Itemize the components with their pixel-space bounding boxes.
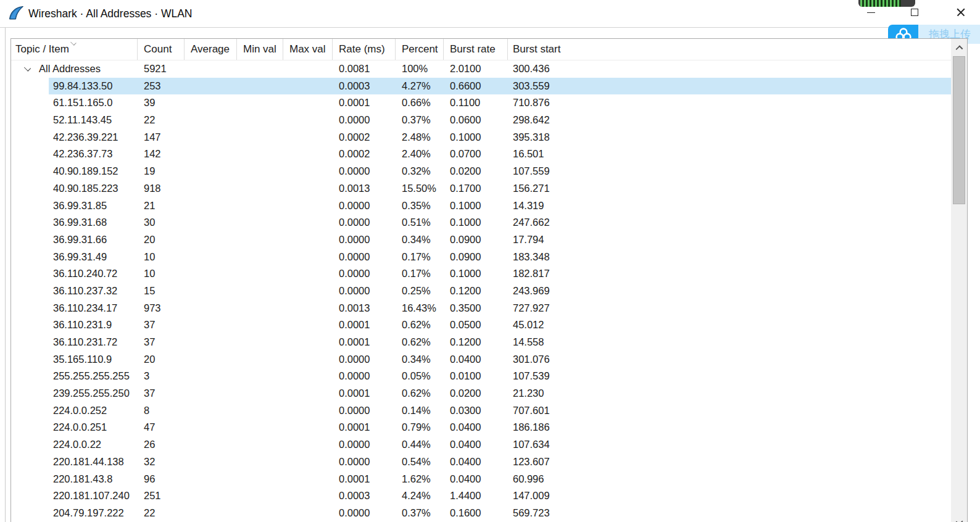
scroll-down-button[interactable] bbox=[951, 513, 967, 522]
column-header-count[interactable]: Count bbox=[138, 39, 185, 60]
column-header-average[interactable]: Average bbox=[185, 39, 237, 60]
table-row[interactable]: 36.110.234.179730.001316.43%0.3500727.92… bbox=[11, 300, 951, 317]
table-row[interactable]: 36.99.31.68300.00000.51%0.1000247.662 bbox=[11, 214, 951, 231]
rate-ms-cell: 0.0000 bbox=[333, 402, 396, 420]
max-val-cell bbox=[283, 300, 333, 317]
table-row[interactable]: 204.79.197.222220.00000.37%0.1600569.723 bbox=[11, 505, 951, 522]
percent-cell: 0.14% bbox=[396, 402, 444, 420]
table-row[interactable]: 42.236.39.2211470.00022.48%0.1000395.318 bbox=[11, 129, 951, 146]
burst-start-cell: 301.076 bbox=[508, 351, 951, 368]
wireshark-stats-window: Wireshark · All Addresses · WLAN 拖拽上传 To… bbox=[0, 0, 980, 522]
burst-rate-cell: 0.1000 bbox=[444, 197, 508, 215]
average-cell bbox=[185, 419, 237, 436]
item-label: 224.0.0.22 bbox=[53, 436, 101, 454]
column-header-max-val[interactable]: Max val bbox=[283, 39, 333, 60]
item-label: 42.236.39.221 bbox=[53, 129, 118, 146]
rate-ms-cell: 0.0000 bbox=[333, 214, 396, 231]
table-body: All Addresses59210.0081100%2.0100300.436… bbox=[11, 60, 951, 522]
rate-ms-cell: 0.0002 bbox=[333, 129, 396, 146]
table-row[interactable]: 36.99.31.85210.00000.35%0.100014.319 bbox=[11, 197, 951, 215]
vertical-scrollbar[interactable] bbox=[951, 39, 967, 522]
chevron-down-icon bbox=[955, 518, 963, 522]
max-val-cell bbox=[283, 249, 333, 266]
table-row[interactable]: 40.90.185.2239180.001315.50%0.1700156.27… bbox=[11, 180, 951, 197]
count-cell: 8 bbox=[138, 402, 185, 420]
table-row[interactable]: 239.255.255.250370.00010.62%0.020021.230 bbox=[11, 385, 951, 402]
average-cell bbox=[185, 249, 237, 266]
min-val-cell bbox=[237, 129, 283, 146]
sort-descending-icon bbox=[70, 39, 77, 46]
item-label: 35.165.110.9 bbox=[53, 351, 112, 368]
item-label: 255.255.255.255 bbox=[53, 368, 130, 385]
burst-start-cell: 45.012 bbox=[508, 317, 951, 334]
table-row[interactable]: 36.110.240.72100.00000.17%0.1000182.817 bbox=[11, 265, 951, 283]
rate-ms-cell: 0.0000 bbox=[333, 454, 396, 471]
column-header-burst-start[interactable]: Burst start bbox=[508, 39, 967, 60]
burst-start-cell: 107.634 bbox=[508, 436, 951, 454]
burst-rate-cell: 0.3500 bbox=[444, 300, 508, 317]
max-val-cell bbox=[283, 283, 333, 300]
scrollbar-thumb[interactable] bbox=[953, 56, 965, 204]
rate-ms-cell: 0.0000 bbox=[333, 197, 396, 215]
burst-start-cell: 303.559 bbox=[508, 78, 951, 95]
rate-ms-cell: 0.0000 bbox=[333, 368, 396, 385]
column-header-min-val[interactable]: Min val bbox=[237, 39, 283, 60]
table-row[interactable]: 40.90.189.152190.00000.32%0.0200107.559 bbox=[11, 163, 951, 180]
count-cell: 30 bbox=[138, 214, 185, 231]
table-row[interactable]: 224.0.0.251470.00010.79%0.0400186.186 bbox=[11, 419, 951, 436]
min-val-cell bbox=[237, 249, 283, 266]
expand-collapse-icon[interactable] bbox=[24, 65, 31, 72]
close-button[interactable] bbox=[947, 0, 975, 25]
table-row[interactable]: 52.11.143.45220.00000.37%0.0600298.642 bbox=[11, 112, 951, 129]
table-row[interactable]: 36.110.231.9370.00010.62%0.050045.012 bbox=[11, 317, 951, 334]
max-val-cell bbox=[283, 505, 333, 522]
table-row[interactable]: 255.255.255.25530.00000.05%0.0100107.539 bbox=[11, 368, 951, 385]
burst-start-cell: 182.817 bbox=[508, 265, 951, 283]
scroll-up-button[interactable] bbox=[951, 39, 967, 55]
percent-cell: 16.43% bbox=[396, 300, 444, 317]
count-cell: 22 bbox=[138, 112, 185, 129]
topic-item-cell: 220.181.107.240 bbox=[11, 487, 138, 505]
topic-item-cell: 36.99.31.85 bbox=[11, 197, 138, 215]
max-val-cell bbox=[283, 231, 333, 249]
table-row[interactable]: 36.110.231.72370.00010.62%0.120014.558 bbox=[11, 334, 951, 351]
table-row[interactable]: 35.165.110.9200.00000.34%0.0400301.076 bbox=[11, 351, 951, 368]
table-row[interactable]: 61.151.165.0390.00010.66%0.1100710.876 bbox=[11, 94, 951, 112]
count-cell: 39 bbox=[138, 94, 185, 112]
burst-start-cell: 17.794 bbox=[508, 231, 951, 249]
burst-rate-cell: 1.4400 bbox=[444, 487, 508, 505]
table-row[interactable]: 220.181.43.8960.00011.62%0.040060.996 bbox=[11, 471, 951, 488]
average-cell bbox=[185, 402, 237, 420]
table-row[interactable]: All Addresses59210.0081100%2.0100300.436 bbox=[11, 60, 951, 78]
table-row[interactable]: 220.181.107.2402510.00034.24%1.4400147.0… bbox=[11, 487, 951, 505]
percent-cell: 1.62% bbox=[396, 471, 444, 488]
table-row[interactable]: 36.99.31.49100.00000.17%0.0900183.348 bbox=[11, 249, 951, 266]
column-header-topic-item[interactable]: Topic / Item bbox=[11, 39, 138, 60]
burst-rate-cell: 0.1600 bbox=[444, 505, 508, 522]
topic-item-cell: 224.0.0.22 bbox=[11, 436, 138, 454]
count-cell: 96 bbox=[138, 471, 185, 488]
percent-cell: 0.66% bbox=[396, 94, 444, 112]
topic-item-cell: 36.110.237.32 bbox=[11, 283, 138, 300]
burst-rate-cell: 0.0900 bbox=[444, 231, 508, 249]
table-row[interactable]: 36.99.31.66200.00000.34%0.090017.794 bbox=[11, 231, 951, 249]
percent-cell: 2.48% bbox=[396, 129, 444, 146]
rate-ms-cell: 0.0000 bbox=[333, 249, 396, 266]
topic-item-cell: 36.110.231.9 bbox=[11, 317, 138, 334]
table-row[interactable]: 36.110.237.32150.00000.25%0.1200243.969 bbox=[11, 283, 951, 300]
min-val-cell bbox=[237, 146, 283, 163]
topic-item-cell: 35.165.110.9 bbox=[11, 351, 138, 368]
table-row[interactable]: 224.0.0.22260.00000.44%0.0400107.634 bbox=[11, 436, 951, 454]
count-cell: 19 bbox=[138, 163, 185, 180]
table-row[interactable]: 224.0.0.25280.00000.14%0.0300707.601 bbox=[11, 402, 951, 420]
percent-cell: 0.37% bbox=[396, 112, 444, 129]
table-row[interactable]: 42.236.37.731420.00022.40%0.070016.501 bbox=[11, 146, 951, 163]
column-header-rate-ms-[interactable]: Rate (ms) bbox=[333, 39, 396, 60]
item-label: 220.181.43.8 bbox=[53, 471, 112, 488]
column-header-burst-rate[interactable]: Burst rate bbox=[444, 39, 508, 60]
burst-start-cell: 183.348 bbox=[508, 249, 951, 266]
percent-cell: 0.62% bbox=[396, 317, 444, 334]
column-header-percent[interactable]: Percent bbox=[396, 39, 444, 60]
table-row[interactable]: 99.84.133.502530.00034.27%0.6600303.559 bbox=[11, 78, 951, 95]
table-row[interactable]: 220.181.44.138320.00000.54%0.0400123.607 bbox=[11, 454, 951, 471]
